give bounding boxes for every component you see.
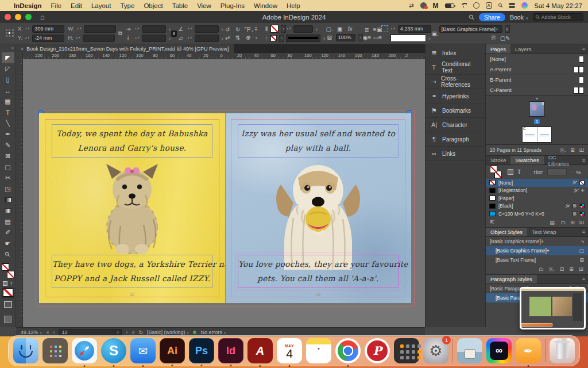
new-page-icon[interactable]: ⊞: [570, 147, 575, 154]
spread-2-3-thumbnail[interactable]: C: [522, 126, 552, 143]
corner-radius-input[interactable]: 4.233 mm: [398, 25, 431, 33]
document-canvas[interactable]: Today, we spent the day at Babushka Leno…: [23, 59, 425, 327]
pages-panel-menu-icon[interactable]: ≡: [582, 46, 585, 52]
distribute-icon[interactable]: ⫴: [262, 26, 270, 33]
zoom-level-dropdown[interactable]: 49.12% ∨: [21, 329, 42, 335]
horizontal-ruler[interactable]: 0220200180160140120100806040200204060801…: [23, 53, 425, 59]
text-frame-left-top[interactable]: Today, we spent the day at Babushka Leno…: [52, 124, 212, 158]
parent-page-b[interactable]: B-Parent: [486, 75, 588, 85]
dock-mail[interactable]: ✉: [130, 338, 156, 363]
stroke-weight-input[interactable]: [293, 25, 313, 33]
page-13[interactable]: Izzy was her usual self and wanted to pl…: [225, 113, 411, 303]
dock-trash[interactable]: [550, 338, 575, 363]
pencil-tool[interactable]: ✎: [2, 140, 14, 151]
menu-item-help[interactable]: Help: [287, 2, 300, 9]
y-position-input[interactable]: -24 mm: [32, 34, 64, 42]
clear-overrides-icon[interactable]: ⎘.: [549, 266, 555, 273]
dock-pinterest[interactable]: P: [365, 338, 390, 363]
siri-icon[interactable]: [521, 2, 528, 9]
paragraph-styles-menu-icon[interactable]: ≡: [582, 276, 585, 282]
relink-icon[interactable]: ⎘: [490, 34, 498, 41]
help-search-icon[interactable]: ⚲: [467, 12, 477, 21]
text-frame-right-bottom[interactable]: You love pooches, they are your favourit…: [238, 255, 399, 288]
swatch-cyan[interactable]: C=100 M=0 Y=0 K=0: [486, 210, 588, 218]
page-12[interactable]: Today, we spent the day at Babushka Leno…: [39, 113, 225, 303]
free-transform-tool[interactable]: ◳: [2, 183, 14, 194]
fill-stroke-proxy[interactable]: [2, 263, 14, 278]
panel-button-character[interactable]: A| Character: [425, 118, 485, 132]
object-style-basic-graphics[interactable]: [Basic Graphics Frame]+▢: [486, 246, 588, 255]
dock-illustrator[interactable]: Ai: [160, 338, 185, 363]
toolbar-collapse-icon[interactable]: »: [11, 46, 14, 50]
input-source-icon[interactable]: A: [486, 2, 492, 9]
first-page-button[interactable]: «: [46, 329, 49, 335]
stroke-style-dropdown[interactable]: [286, 34, 320, 42]
effect-dropdown[interactable]: [390, 34, 426, 42]
swatch-black[interactable]: [Black] ✎: [486, 202, 588, 210]
rotate-ccw-icon[interactable]: ↺: [223, 26, 231, 33]
yorkshire-terrier-illustration[interactable]: [89, 157, 175, 256]
swatch-paper[interactable]: [Paper]: [486, 194, 588, 202]
minimize-window-button[interactable]: [15, 14, 21, 20]
page-tool[interactable]: ▯: [2, 74, 14, 85]
select-container-icon[interactable]: ⌜P⌟: [244, 26, 252, 33]
dock-system-settings[interactable]: ⚙1: [423, 338, 448, 363]
swatches-fill-stroke-proxy[interactable]: [490, 166, 504, 178]
close-document-icon[interactable]: ×: [21, 46, 24, 52]
spread-collapse-icon[interactable]: ▼: [535, 97, 539, 101]
new-style-icon[interactable]: ⊞: [569, 266, 574, 273]
clear-attributes-icon[interactable]: ⊡: [560, 266, 564, 273]
swatch-none[interactable]: [None] ✎: [486, 179, 588, 187]
menu-item-table[interactable]: Table: [172, 2, 188, 9]
dock-calendar[interactable]: MAY4: [277, 338, 302, 363]
text-frame-left-bottom[interactable]: They have two dogs, a Yorkshire Terrier …: [52, 255, 212, 288]
opacity-input[interactable]: 100%: [336, 34, 355, 41]
tab-paragraph-styles[interactable]: Paragraph Styles: [486, 275, 537, 283]
rotation-angle-input[interactable]: [195, 25, 219, 33]
menu-item-window[interactable]: Window: [254, 2, 277, 9]
zoom-tool[interactable]: ⚲: [2, 249, 14, 260]
share-button[interactable]: Share: [479, 13, 505, 21]
home-icon[interactable]: ⌂: [40, 13, 45, 21]
next-page-button[interactable]: ›: [126, 329, 127, 335]
fill-expand-button[interactable]: ›: [281, 25, 286, 33]
effects-icon[interactable]: fx: [346, 26, 354, 32]
tab-cc-libraries[interactable]: CC Libraries: [544, 156, 582, 164]
tab-object-styles[interactable]: Object Styles: [486, 228, 527, 236]
dock-creative-cloud[interactable]: ∞: [486, 338, 512, 363]
app-menu[interactable]: InDesign: [14, 2, 42, 9]
align-bottom-icon[interactable]: ⍖: [252, 34, 260, 41]
x-position-input[interactable]: 309 mm: [32, 25, 64, 33]
menu-item-layout[interactable]: Layout: [91, 2, 111, 9]
direct-selection-tool[interactable]: ◸: [2, 63, 14, 74]
ruler-origin[interactable]: [16, 53, 23, 59]
flip-vertical-icon[interactable]: ⇅: [234, 34, 242, 41]
camera-status-icon[interactable]: [420, 2, 427, 9]
panel-button-hyperlinks[interactable]: ⚭ Hyperlinks: [425, 89, 485, 103]
wrap-bounding-icon[interactable]: ≡▣: [373, 26, 381, 33]
select-content-icon[interactable]: ⊕: [244, 34, 252, 41]
zoom-window-button[interactable]: [25, 14, 32, 20]
shaggy-dog-illustration[interactable]: [264, 155, 373, 270]
dock-chrome[interactable]: [335, 338, 361, 363]
menu-item-view[interactable]: View: [197, 2, 211, 9]
dock-acrobat[interactable]: A: [247, 338, 273, 363]
object-style-dropdown[interactable]: [Basic Graphics Frame]+: [439, 25, 502, 33]
rectangle-tool[interactable]: ▢: [2, 162, 14, 172]
corner-options-icon[interactable]: ▢.: [326, 26, 334, 32]
formatting-text-icon[interactable]: T: [10, 281, 13, 286]
preflight-profile-dropdown[interactable]: [Basic] (working) ∨: [147, 329, 189, 335]
reference-point-proxy[interactable]: [6, 29, 14, 38]
menu-item-edit[interactable]: Edit: [71, 2, 82, 9]
preflight-refresh-icon[interactable]: ↻: [138, 329, 143, 335]
scale-x-input[interactable]: [142, 25, 166, 33]
delete-swatch-icon[interactable]: Ш: [579, 220, 584, 225]
apply-none-button[interactable]: [3, 289, 13, 297]
tint-input[interactable]: [547, 168, 567, 175]
malwarebytes-icon[interactable]: M: [433, 2, 439, 10]
formatting-container-icon[interactable]: [3, 281, 7, 286]
dock-finder[interactable]: [13, 338, 38, 363]
drop-shadow-icon[interactable]: ▣: [336, 26, 344, 32]
user-account-icon[interactable]: [473, 2, 479, 9]
scale-y-input[interactable]: [142, 34, 166, 42]
